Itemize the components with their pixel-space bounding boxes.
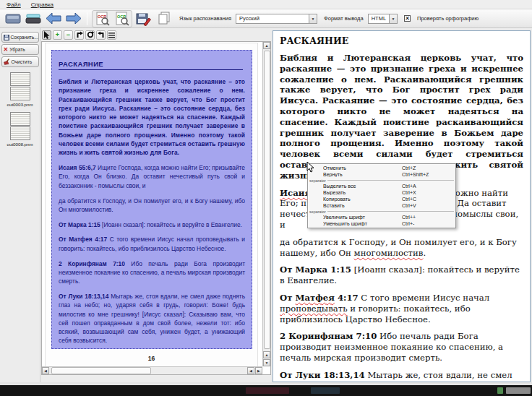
menu-item-label: Отменить: [323, 165, 402, 171]
rotate-180-button[interactable]: [85, 30, 95, 40]
menu-item-label: Вставить: [323, 203, 402, 208]
language-label: Язык распознавания: [179, 15, 231, 22]
selection-region[interactable]: РАСКАЯНИЕ Библия и Лютеранская церковь у…: [51, 50, 252, 349]
scroll-up-button[interactable]: ▲: [263, 351, 270, 358]
format-select[interactable]: HTML ▼: [368, 14, 398, 24]
clear-button-label: Очистить: [12, 59, 33, 64]
context-menu-item[interactable]: КопироватьCtrl+C: [308, 196, 455, 202]
scroll-up-button[interactable]: ▲: [263, 42, 270, 49]
text-segment: 2 Коринфянам 7:10: [280, 331, 377, 341]
paragraph: От Луки 18:13,14 Мытарь же, стоя вдали, …: [59, 292, 245, 345]
recognize-all-button[interactable]: OCR: [113, 11, 131, 27]
context-menu-item[interactable]: Выделить всеCtrl+A: [308, 183, 455, 189]
text-segment: От Матфея 4:17: [59, 236, 110, 243]
save-button[interactable]: Сохранить...: [1, 32, 39, 43]
remove-button[interactable]: ✕ Убрать: [1, 44, 39, 55]
paragraph: Библия и Лютеранская церковь учат, что р…: [59, 77, 245, 158]
open-image-button[interactable]: [4, 11, 22, 27]
menu-file[interactable]: Файл: [3, 1, 25, 8]
ocr-button-group: OCR OCR: [92, 10, 132, 27]
menu-separator-label: separator: [309, 178, 326, 183]
paragraph: От Марка 1:15 [Иоанн сказал]: покайтесь …: [59, 220, 245, 229]
scan-button[interactable]: [24, 11, 42, 27]
cursor-icon: [43, 31, 50, 39]
text-segment: 2 Коринфянам 7:10: [59, 260, 131, 267]
scroll-left-button[interactable]: ◀: [247, 367, 254, 374]
vertical-scrollbar[interactable]: ▲ ▲ ▼: [262, 42, 270, 366]
text-segment: Исаия 55:6,7: [59, 164, 98, 171]
open-image-icon: [5, 12, 21, 25]
remove-button-label: Убрать: [9, 47, 25, 52]
mouse-cursor-icon: [306, 162, 314, 173]
context-menu-item[interactable]: ВернутьCtrl+Shift+Z: [308, 171, 455, 178]
zoom-in-button[interactable]: +: [53, 30, 62, 40]
text-segment: 4:17: [335, 293, 359, 303]
app-window: { "menu_bar": { "items": ["Файл", "Справ…: [0, 0, 532, 396]
paragraph: Библия и Лютеранская церковь учат, что р…: [280, 53, 523, 181]
text-segment: От Марка 1:15: [280, 264, 351, 275]
context-menu-item[interactable]: ВставитьCtrl+V: [308, 202, 455, 209]
page-thumbnail[interactable]: out0003.pnm: [7, 72, 33, 107]
misspelled-word: проповедывать: [280, 304, 348, 314]
text-segment: [Иоанн сказал]: покайтесь и веруйте в Ев…: [102, 221, 242, 228]
text-segment: С того времени Иисус начал: [359, 293, 490, 303]
save-disk-icon: [4, 35, 9, 40]
cursor-tool-button[interactable]: [42, 30, 51, 40]
spellcheck-checkbox[interactable]: ✕: [404, 15, 411, 22]
scan-icon: [25, 12, 41, 25]
horizontal-scroll-thumb[interactable]: [51, 367, 151, 374]
chevron-down-icon[interactable]: ▼: [309, 14, 317, 23]
zoom-out-button[interactable]: −: [64, 30, 73, 40]
rotate-left-icon: [76, 31, 83, 38]
horizontal-scrollbar[interactable]: ◀ ◀ ▶: [42, 366, 262, 374]
menu-item-label: Вернуть: [323, 172, 402, 177]
save-text-button[interactable]: [134, 11, 153, 27]
context-menu-item[interactable]: Уменьшить шрифтCtrl+-: [308, 220, 455, 227]
previous-page-button[interactable]: [44, 11, 62, 27]
rotate-left-button[interactable]: [74, 30, 84, 40]
scroll-down-button[interactable]: ▼: [263, 359, 270, 366]
menu-help[interactable]: Справка: [27, 1, 57, 8]
chevron-down-icon[interactable]: ▼: [389, 14, 397, 23]
vertical-scroll-thumb[interactable]: [264, 51, 270, 349]
language-select[interactable]: Русский ▼: [236, 14, 317, 24]
text-segment: да обратится к Господу, и Он помилует ег…: [59, 197, 245, 213]
save-button-label: Сохранить...: [11, 35, 38, 40]
misspelled-word: многомилостив: [354, 248, 424, 258]
scan-viewport[interactable]: РАСКАЯНИЕ Библия и Лютеранская церковь у…: [41, 41, 271, 375]
paragraph: да обратится к Господу, и Он помилует ег…: [59, 197, 245, 215]
menu-item-label: Копировать: [323, 197, 402, 202]
scroll-left-button[interactable]: ◀: [42, 367, 49, 374]
clear-broom-icon: [4, 59, 10, 65]
recognize-icon: OCR: [95, 12, 110, 26]
desktop-artifact: [246, 387, 289, 394]
scanned-page[interactable]: РАСКАЯНИЕ Библия и Лютеранская церковь у…: [46, 43, 257, 366]
recognize-button[interactable]: OCR: [93, 11, 111, 27]
zoom-in-icon: +: [56, 31, 59, 38]
menu-item-label: Выделить все: [323, 184, 402, 189]
text-segment: Библия и Лютеранская церковь учат, что р…: [280, 53, 523, 181]
spellcheck-label: Проверять орфографию: [417, 15, 479, 22]
ocr-title: РАСКАЯНИЕ: [280, 35, 523, 46]
misspelled-word: Исаия: [280, 188, 311, 198]
rotate-right-button[interactable]: [96, 30, 106, 40]
copy-text-button[interactable]: [155, 11, 173, 27]
text-segment: .: [423, 248, 426, 258]
menu-separator-label: separator: [309, 210, 326, 214]
context-menu-item[interactable]: Увеличить шрифтCtrl++: [308, 214, 455, 220]
paragraph: Исаия 55:6,7 Ищите Господа, когда можно …: [59, 163, 245, 190]
layout-blocks-button[interactable]: [107, 30, 116, 40]
text-segment: От Луки 18:13,14: [59, 293, 111, 300]
context-menu-item[interactable]: ОтменитьCtrl+Z: [308, 165, 455, 171]
scan-title: РАСКАЯНИЕ: [59, 60, 243, 70]
paragraph: 2 Коринфянам 7:10 Ибо печаль ради Бога п…: [59, 259, 245, 286]
thumbnail-filename: out0003.pnm: [7, 102, 33, 107]
context-menu-item[interactable]: ВырезатьCtrl+X: [308, 189, 455, 196]
desktop-artifact: [506, 387, 531, 394]
text-segment: От Луки 18:13,14: [280, 370, 365, 380]
clear-button[interactable]: Очистить: [1, 56, 39, 67]
next-page-button[interactable]: [64, 11, 82, 27]
page-thumbnail[interactable]: out0008.pnm: [7, 112, 33, 147]
scroll-right-button[interactable]: ▶: [255, 367, 262, 374]
menu-separator: separator: [308, 178, 455, 183]
